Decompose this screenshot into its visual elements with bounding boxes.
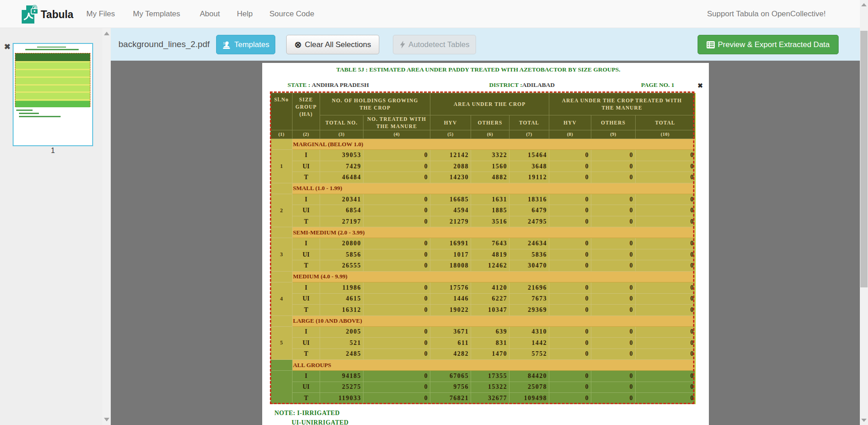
district-value: ADILABAD (522, 81, 555, 88)
pdf-page[interactable]: TABLE 5J : ESTIMATED AREA UNDER PADDY TR… (262, 63, 709, 425)
mini-table (15, 53, 90, 107)
sidebar-scroll-up-icon[interactable] (104, 32, 109, 35)
navbar: Tabula My Files My Templates About Help … (0, 0, 860, 28)
brand-title[interactable]: Tabula (41, 9, 73, 21)
page-scrollbar[interactable] (860, 0, 868, 425)
table-list-icon (707, 41, 715, 48)
mini-title-line (37, 47, 66, 48)
sidebar: ✖ 1 (0, 28, 111, 425)
document-viewport: TABLE 5J : ESTIMATED AREA UNDER PADDY TR… (111, 61, 860, 425)
page-thumbnail-close-icon[interactable]: ✖ (4, 42, 10, 52)
sidebar-scroll-down-icon[interactable] (104, 418, 109, 421)
templates-button-label: Templates (234, 40, 269, 49)
clear-button-label: Clear All Selections (305, 40, 371, 49)
nav-item-my-templates[interactable]: My Templates (133, 10, 180, 19)
export-button-label: Preview & Export Extracted Data (718, 40, 830, 49)
mini-note-line (19, 116, 61, 117)
preview-export-button[interactable]: Preview & Export Extracted Data (698, 35, 839, 54)
scrollbar-thumb[interactable] (860, 31, 868, 287)
mini-note-line (19, 113, 39, 114)
toolbar: background_lines_2.pdf Templates ⊗ Clear… (111, 28, 860, 61)
nav-item-help[interactable]: Help (237, 10, 253, 19)
mini-stripe (15, 99, 90, 100)
pdf-table-title: TABLE 5J : ESTIMATED AREA UNDER PADDY TR… (262, 66, 694, 73)
selection-close-icon[interactable]: ✖ (698, 82, 703, 89)
mini-subtitle-line (25, 49, 79, 50)
templates-button[interactable]: Templates (216, 35, 275, 54)
nav-item-source-code[interactable]: Source Code (269, 10, 314, 19)
page-thumbnail-number: 1 (13, 147, 93, 155)
autodetect-tables-button[interactable]: Autodetect Tables (393, 35, 476, 54)
filename-label: background_lines_2.pdf (118, 28, 210, 61)
mini-stripe (15, 84, 90, 86)
mini-note-line (16, 110, 33, 111)
pdf-note-line1: NOTE: I-IRRIGATED (274, 410, 340, 417)
app: Tabula My Files My Templates About Help … (0, 0, 868, 425)
nav-item-my-files[interactable]: My Files (86, 10, 115, 19)
tabula-logo-icon[interactable] (21, 5, 40, 24)
scroll-up-icon[interactable] (861, 3, 867, 6)
pdf-page-no: PAGE NO. 1 (641, 81, 675, 89)
clear-circle-x-icon: ⊗ (294, 40, 302, 49)
autodetect-button-label: Autodetect Tables (409, 40, 470, 49)
nav-item-about[interactable]: About (200, 10, 220, 19)
district-label: DISTRICT : (489, 81, 522, 88)
pdf-state-line: STATE : ANDHRA PRADESH (288, 81, 369, 89)
mini-all-groups-rows (15, 101, 90, 107)
mini-stripe (15, 61, 90, 62)
pdf-district-line: DISTRICT :ADILABAD (489, 81, 555, 89)
page-thumbnail[interactable] (13, 43, 93, 146)
nav-support-link[interactable]: Support Tabula on OpenCollective! (707, 10, 826, 19)
pdf-note-line2: UI-UNIRRIGATED (292, 419, 349, 425)
clear-all-selections-button[interactable]: ⊗ Clear All Selections (286, 35, 379, 54)
sidebar-scrollbar[interactable] (102, 28, 111, 425)
mini-stripe (15, 91, 90, 93)
selection-box[interactable] (270, 91, 694, 404)
templates-stamp-icon (222, 40, 231, 49)
state-label: STATE : (288, 81, 310, 88)
mini-stripe (15, 69, 90, 70)
mini-stripe (15, 76, 90, 78)
state-value: ANDHRA PRADESH (312, 81, 369, 88)
scroll-down-icon[interactable] (861, 419, 867, 422)
lightning-bolt-icon (400, 41, 406, 48)
